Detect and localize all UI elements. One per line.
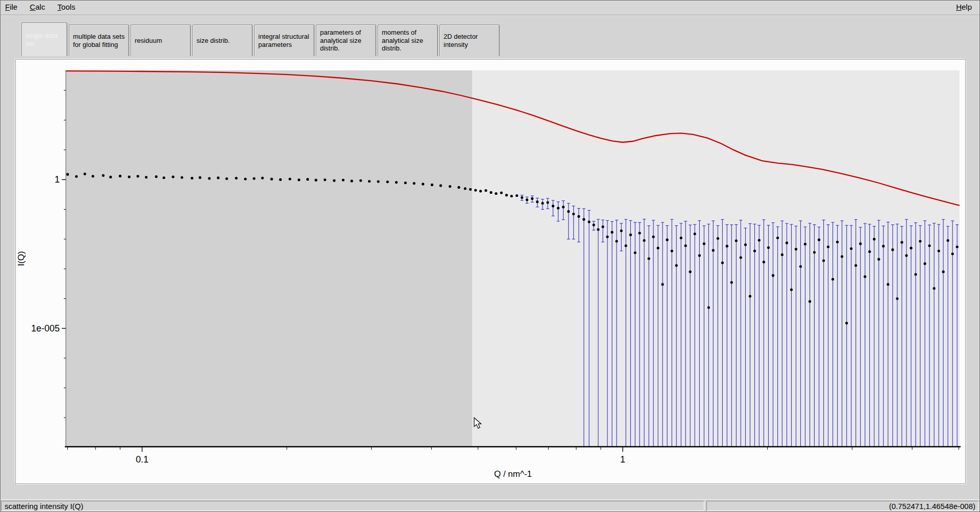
tab-2d-detector-intensity[interactable]: 2D detector intensity <box>439 24 500 56</box>
status-bar: scattering intensity I(Q) (0.752471,1.46… <box>0 499 980 512</box>
y-tick-label: 1e-005 <box>31 323 60 334</box>
tab-label: 2D detector intensity <box>444 33 496 49</box>
tab-label: size distrib. <box>197 37 230 45</box>
plot-panel: 0.1111e-005Q / nm^-1I(Q) <box>15 59 966 484</box>
tab-bar: single data set multiple data sets for g… <box>21 22 500 56</box>
tab-size-distrib[interactable]: size distrib. <box>192 24 253 56</box>
tab-integral-structural-parameters[interactable]: integral structural parameters <box>254 24 314 56</box>
x-axis-label: Q / nm^-1 <box>494 469 532 479</box>
tab-label: integral structural parameters <box>258 33 310 49</box>
x-tick-label: 1 <box>620 454 625 465</box>
menu-tools[interactable]: Tools <box>53 0 81 14</box>
scattering-plot[interactable]: 0.1111e-005Q / nm^-1I(Q) <box>16 60 965 483</box>
tab-parameters-analytical-size-distrib[interactable]: parameters of analytical size distrib. <box>316 24 376 56</box>
menu-help[interactable]: Help <box>951 0 977 14</box>
y-tick-label: 1 <box>55 174 60 185</box>
tab-moments-analytical-size-distrib[interactable]: moments of analytical size distrib. <box>378 24 438 56</box>
status-coordinates: (0.752471,1.46548e-008) <box>706 501 979 511</box>
menu-calc[interactable]: Calc <box>24 0 50 14</box>
tab-single-data-set[interactable]: single data set <box>21 22 67 56</box>
q-range-selection[interactable] <box>66 70 472 447</box>
tab-label: single data set <box>26 32 63 48</box>
tab-multiple-data-sets[interactable]: multiple data sets for global fitting <box>69 24 129 56</box>
tab-label: residuum <box>135 37 162 45</box>
y-axis-label: I(Q) <box>16 251 26 266</box>
status-message: scattering intensity I(Q) <box>1 501 704 511</box>
menu-bar: File Calc Tools Help <box>0 0 980 15</box>
tab-residuum[interactable]: residuum <box>131 24 191 56</box>
x-tick-label: 0.1 <box>136 454 149 465</box>
tab-label: multiple data sets for global fitting <box>73 33 125 49</box>
tab-label: moments of analytical size distrib. <box>382 29 434 53</box>
tab-label: parameters of analytical size distrib. <box>320 29 372 53</box>
menu-file[interactable]: File <box>0 0 22 14</box>
